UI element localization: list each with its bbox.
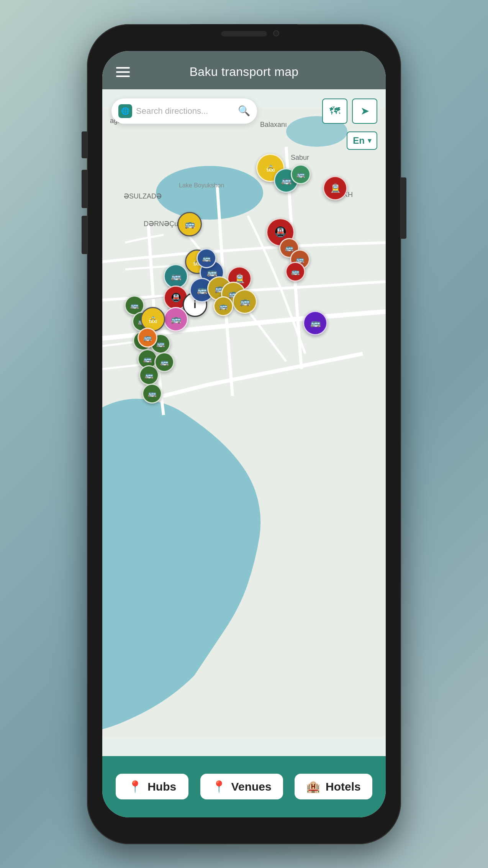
chevron-down-icon: ▾ xyxy=(368,136,371,145)
location-button[interactable]: ➤ xyxy=(352,98,377,124)
venues-button[interactable]: 📍 Venues xyxy=(200,774,283,799)
map-label-dernecul: DƏRNƏÇul xyxy=(144,220,180,228)
search-bar[interactable]: 🌐 Search directions... 🔍 xyxy=(111,98,257,124)
volume-down-button[interactable] xyxy=(82,216,87,254)
language-current: En xyxy=(353,135,365,146)
hotels-icon: 🏨 xyxy=(306,780,320,793)
volume-up-button[interactable] xyxy=(82,170,87,208)
app-title: Baku transport map xyxy=(190,65,299,79)
hamburger-menu-button[interactable] xyxy=(116,67,130,77)
phone-frame: Baku transport map xyxy=(87,24,401,844)
pin-bus-pink-1[interactable]: 🚌 xyxy=(164,307,188,331)
pin-bus-green-8[interactable]: 🚌 xyxy=(142,384,162,404)
pin-bus-red-1[interactable]: 🚌 xyxy=(285,262,305,282)
menu-line-3 xyxy=(116,75,130,77)
map-label-sabur: Sabur xyxy=(291,154,309,162)
pin-bus-green-7[interactable]: 🚌 xyxy=(154,352,174,372)
pin-bus-teal-1[interactable]: 🚌 xyxy=(164,264,188,289)
screen: Baku transport map xyxy=(102,51,386,817)
search-placeholder: Search directions... xyxy=(136,106,234,116)
venues-label: Venues xyxy=(231,780,272,793)
header-bar: Baku transport map xyxy=(102,51,386,89)
phone-notch xyxy=(190,24,298,45)
map-label-balaxani: Balaxanı xyxy=(260,121,287,129)
map-area[interactable]: agadi Balaxanı Sabur BAKIKH ƏSULZADƏ DƏR… xyxy=(102,89,386,756)
camera xyxy=(273,30,279,36)
speaker xyxy=(221,31,267,36)
menu-line-1 xyxy=(116,67,130,69)
pin-bus-gold-4[interactable]: 🚌 xyxy=(213,296,233,316)
hubs-button[interactable]: 📍 Hubs xyxy=(116,774,188,799)
pin-taxi-3[interactable]: 🚕 TAXI xyxy=(141,307,165,331)
search-brand-icon: 🌐 xyxy=(118,104,132,118)
language-selector[interactable]: En ▾ xyxy=(347,131,377,150)
pin-bus-blue-2[interactable]: 🚌 xyxy=(197,248,216,268)
pin-bus-orange-3[interactable]: 🚌 xyxy=(138,328,157,348)
pin-train-1[interactable]: 🚊 xyxy=(323,176,347,200)
hotels-label: Hotels xyxy=(326,780,361,793)
power-button[interactable] xyxy=(401,177,406,239)
volume-mute-button[interactable] xyxy=(82,131,87,158)
search-magnify-icon[interactable]: 🔍 xyxy=(238,105,250,117)
pin-bus-gold-3[interactable]: 🚌 xyxy=(233,289,257,314)
pin-bus-yellow-1[interactable]: 🚌 xyxy=(177,212,202,236)
map-label-lake: Lake Boyukshon xyxy=(179,182,224,189)
pin-bus-purple-1[interactable]: 🚌 xyxy=(303,311,328,335)
pin-bus-2[interactable]: 🚌 xyxy=(291,164,311,184)
venues-icon: 📍 xyxy=(212,780,226,793)
hotels-button[interactable]: 🏨 Hotels xyxy=(295,774,372,799)
map-label-asulzade: ƏSULZADƏ xyxy=(124,192,162,200)
bottom-nav: 📍 Hubs 📍 Venues 🏨 Hotels xyxy=(102,756,386,817)
menu-line-2 xyxy=(116,71,130,73)
svg-point-1 xyxy=(156,166,263,220)
hubs-icon: 📍 xyxy=(128,780,142,793)
map-view-button[interactable]: 🗺 xyxy=(322,98,347,124)
hubs-label: Hubs xyxy=(147,780,176,793)
